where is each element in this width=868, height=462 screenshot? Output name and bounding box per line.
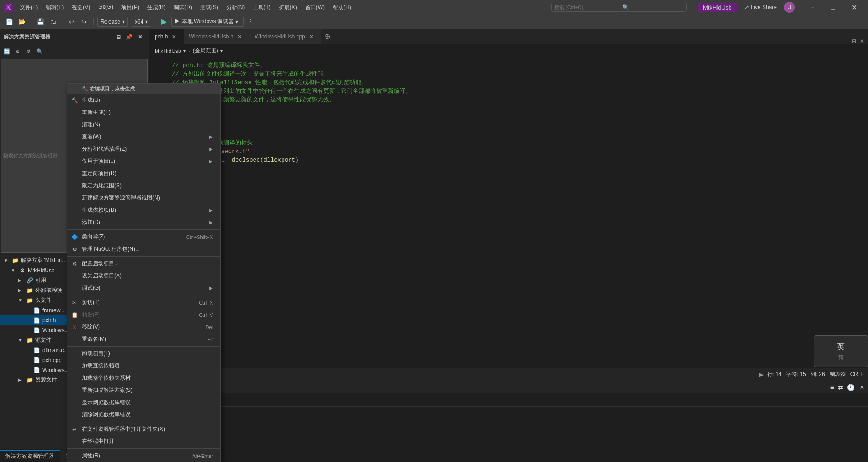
minimize-button[interactable]: − xyxy=(802,0,823,14)
menu-cut[interactable]: ✂ 剪切(T) Ctrl+X xyxy=(67,295,220,309)
ext-label: 外部依赖项 xyxy=(35,286,62,294)
open-file-button[interactable]: 📂 xyxy=(16,16,27,27)
menu-file[interactable]: 文件(F) xyxy=(16,2,41,13)
sidebar-close-btn[interactable]: ✕ xyxy=(135,32,145,42)
menu-build-deps[interactable]: 生成依赖项(B) ▶ xyxy=(67,204,220,216)
panel-toolbar-3[interactable]: 🕐 xyxy=(847,384,854,391)
menu-git[interactable]: Git(G) xyxy=(94,2,117,13)
tab-pch-h[interactable]: pch.h ✕ xyxy=(149,29,184,44)
menu-build[interactable]: 生成(B) xyxy=(144,2,169,13)
breadcrumb-scope[interactable]: (全局范围) ▾ xyxy=(193,47,223,55)
menu-set-startup[interactable]: 设为启动项目(A) xyxy=(67,270,220,282)
menu-test[interactable]: 测试(S) xyxy=(197,2,222,13)
search-input[interactable] xyxy=(554,5,622,10)
sidebar-pin-btn[interactable]: 📌 xyxy=(124,32,134,42)
maximize-button[interactable]: □ xyxy=(823,0,844,14)
arch-dropdown[interactable]: x64 ▾ xyxy=(132,17,151,27)
menu-view[interactable]: 视图(V) xyxy=(68,2,94,13)
menu-scope[interactable]: 限定为此范围(S) xyxy=(67,180,220,192)
menu-paste[interactable]: 📋 粘贴(P) Ctrl+V xyxy=(67,309,220,321)
close-button[interactable]: ✕ xyxy=(844,0,864,14)
menu-properties[interactable]: 属性(R) Alt+Enter xyxy=(67,448,220,462)
toolbar-more[interactable]: ⋮ xyxy=(245,16,256,27)
menu-window[interactable]: 窗口(W) xyxy=(302,2,328,13)
tab-windows-hid-usb-h-close[interactable]: ✕ xyxy=(236,33,243,40)
menu-view[interactable]: 查看(W) ▶ xyxy=(67,131,220,143)
redo-button[interactable]: ↪ xyxy=(79,16,90,27)
menu-paste-label: 粘贴(P) xyxy=(82,311,188,319)
new-file-button[interactable]: 📄 xyxy=(4,16,14,27)
add-tab-button[interactable]: ⊕ xyxy=(321,29,334,44)
menu-open-in-explorer[interactable]: ↩ 在文件资源管理器中打开文件夹(X) xyxy=(67,422,220,435)
menu-new-view[interactable]: 新建解决方案资源管理器视图(N) xyxy=(67,192,220,204)
run-button[interactable]: ▶ xyxy=(159,16,170,27)
menu-add[interactable]: 添加(D) ▶ xyxy=(67,216,220,229)
code-line-2: // 方列出的文件仅编译一次，提高了将来生成的生成性能。 xyxy=(149,70,868,78)
menu-open-in-terminal[interactable]: 在终端中打开 xyxy=(67,435,220,448)
tab-solution-explorer[interactable]: 解决方案资源管理器 xyxy=(0,450,60,462)
config-arrow: ▾ xyxy=(122,19,125,25)
menu-debug[interactable]: 调试(D) xyxy=(170,2,196,13)
config-dropdown[interactable]: Release ▾ xyxy=(97,17,128,27)
user-avatar[interactable]: U xyxy=(784,2,795,13)
menu-rename-label: 重命名(M) xyxy=(82,335,196,343)
app-logo xyxy=(4,3,13,12)
menu-rename-shortcut: F2 xyxy=(196,337,213,342)
menu-rescan-label: 重新扫描解决方案(S) xyxy=(82,386,213,394)
menu-show-db-errors[interactable]: 显示浏览数据库错误 xyxy=(67,396,220,409)
find-next[interactable]: ▶ xyxy=(760,372,764,378)
line-content: #endif //PCH_H xyxy=(172,173,868,181)
menu-tools[interactable]: 工具(T) xyxy=(249,2,274,13)
menu-nuget[interactable]: ⚙ 管理 NuGet 程序包(N)... xyxy=(67,243,220,255)
live-share-button[interactable]: ↗ Live Share xyxy=(741,3,780,11)
filter-btn[interactable]: 🔍 xyxy=(34,47,44,57)
menu-debug[interactable]: 调试(G) ▶ xyxy=(67,282,220,294)
menu-rebuild[interactable]: 重新生成(E) xyxy=(67,106,220,119)
menu-extensions[interactable]: 扩展(X) xyxy=(275,2,301,13)
pch-cpp-label: pch.cpp xyxy=(42,357,61,363)
menu-project[interactable]: 项目(P) xyxy=(118,2,143,13)
props-btn[interactable]: ⚙ xyxy=(13,47,23,57)
menu-help[interactable]: 帮助(H) xyxy=(329,2,355,13)
tab-windows-hid-usb-h[interactable]: WindowsHidUsb.h ✕ xyxy=(184,29,249,44)
project-icon: ⚙ xyxy=(18,267,26,275)
code-editor[interactable]: // pch.h: 这是预编译标头文件。 // 方列出的文件仅编译一次，提高了将… xyxy=(149,57,868,368)
panel-close[interactable]: ✕ xyxy=(860,384,864,391)
save-all-button[interactable]: 🗂 xyxy=(47,16,58,27)
menu-build[interactable]: 🔨 生成(U) xyxy=(67,94,220,106)
menu-clean[interactable]: 清理(N) xyxy=(67,119,220,131)
close-all-icon[interactable]: ✕ xyxy=(860,38,864,44)
breadcrumb-project[interactable]: MtkHidUsb ▾ xyxy=(155,48,186,54)
sync-btn[interactable]: 🔄 xyxy=(2,47,12,57)
menu-class-wizard[interactable]: 🔷 类向导(Z)... Ctrl+Shift+X xyxy=(67,229,220,243)
menu-rename[interactable]: 重命名(M) F2 xyxy=(67,333,220,345)
menu-load-all[interactable]: 加载整个依赖关系树 xyxy=(67,372,220,384)
save-button[interactable]: 💾 xyxy=(35,16,46,27)
breadcrumb-project-label: MtkHidUsb xyxy=(155,48,181,54)
project-label: MtkHidUsb xyxy=(28,267,55,274)
menu-project-only[interactable]: 仅用于项目(J) ▶ xyxy=(67,155,220,167)
menu-remove[interactable]: ✕ 移除(V) Del xyxy=(67,321,220,333)
menu-clear-db-errors[interactable]: 清除浏览数据库错误 xyxy=(67,409,220,421)
panel-toolbar-2[interactable]: ⇄ xyxy=(838,384,843,391)
menu-load-direct[interactable]: 加载直接依赖项 xyxy=(67,360,220,372)
split-editor-icon[interactable]: ⊟ xyxy=(852,38,856,44)
panel-toolbar-1[interactable]: ≡ xyxy=(830,384,834,391)
menu-retarget[interactable]: 重定向项目(R) xyxy=(67,167,220,180)
toolbar-sep-3 xyxy=(93,18,94,25)
refresh-btn[interactable]: ↺ xyxy=(24,47,33,57)
undo-button[interactable]: ↩ xyxy=(66,16,77,27)
sidebar-collapse-btn[interactable]: ⊟ xyxy=(113,32,123,42)
tab-windows-hid-usb-cpp[interactable]: WIndowsHidUsb.cpp ✕ xyxy=(249,29,321,44)
arrow-icon: ▼ xyxy=(11,268,18,273)
run-config-dropdown[interactable]: ▶ 本地 Windows 调试器 ▾ xyxy=(171,17,244,27)
tab-windows-hid-usb-cpp-close[interactable]: ✕ xyxy=(308,33,315,40)
menu-analyze[interactable]: 分析(N) xyxy=(223,2,249,13)
menu-analyze[interactable]: 分析和代码清理(Z) ▶ xyxy=(67,143,220,155)
menu-edit[interactable]: 编辑(E) xyxy=(42,2,67,13)
menu-unload[interactable]: 卸载项目(L) xyxy=(67,346,220,360)
menu-startup-config[interactable]: ⚙ 配置启动项目... xyxy=(67,256,220,270)
tab-pch-h-close[interactable]: ✕ xyxy=(170,33,178,40)
menu-rescan[interactable]: 重新扫描解决方案(S) xyxy=(67,384,220,396)
search-box[interactable]: 🔍 xyxy=(551,3,687,12)
